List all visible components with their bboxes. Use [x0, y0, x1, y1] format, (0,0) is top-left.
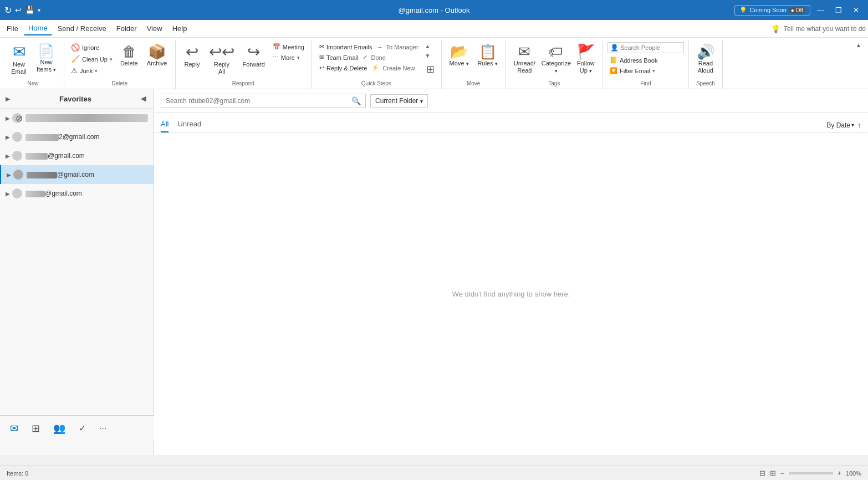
more-nav-button[interactable]: ···: [96, 420, 110, 437]
forward-button[interactable]: ↪ Forward: [239, 42, 268, 70]
sidebar-item-gmail2[interactable]: ▶ 2@gmail.com: [0, 127, 154, 146]
toggle-switch[interactable]: ● Off: [789, 7, 805, 14]
junk-icon: ⚠: [71, 67, 78, 75]
read-aloud-label: ReadAloud: [698, 60, 713, 74]
archive-button[interactable]: 📦 Archive: [144, 42, 171, 69]
sort-by-date-button[interactable]: By Date ▾: [826, 121, 854, 129]
zoom-decrease-button[interactable]: −: [780, 469, 784, 477]
menu-send-receive[interactable]: Send / Receive: [53, 22, 111, 35]
lightbulb-icon: 💡: [771, 24, 780, 33]
reply-all-button[interactable]: ↩↩ ReplyAll: [207, 42, 237, 78]
sidebar-item-yahoo[interactable]: ▶ ⊘: [0, 109, 154, 127]
layout-normal-icon[interactable]: ⊞: [770, 469, 776, 477]
dropdown-arrow-icon[interactable]: ▾: [38, 7, 40, 13]
ribbon-group-delete-label: Delete: [111, 78, 127, 86]
unread-read-label: Unread/Read: [514, 60, 535, 74]
restore-button[interactable]: ❐: [831, 4, 846, 17]
account-gmail2-text: 2@gmail.com: [25, 133, 148, 141]
menu-view[interactable]: View: [142, 22, 167, 35]
qs-more-button[interactable]: ⊞: [424, 61, 437, 78]
sort-dropdown-icon: ▾: [851, 122, 854, 128]
menu-help[interactable]: Help: [168, 22, 192, 35]
quick-step-team[interactable]: ✉ Team Email ✓ Done: [316, 53, 422, 62]
expand-arrow-icon: ▶: [6, 115, 10, 121]
ribbon-groups: ✉ NewEmail 📄 NewItems ▾ New 🚫 Ignore: [0, 40, 868, 89]
sidebar-item-active[interactable]: ▶ @gmail.com: [0, 165, 154, 184]
reply-button[interactable]: ↩ Reply: [180, 42, 205, 70]
ribbon-group-new-label: New: [27, 78, 38, 86]
move-button[interactable]: 📂 Move ▾: [446, 42, 472, 69]
title-bar-right: 💡 Coming Soon ● Off — ❐ ✕: [734, 4, 864, 17]
quick-step-important[interactable]: ✉ Important Emails → To Manager: [316, 42, 422, 52]
close-button[interactable]: ✕: [849, 4, 864, 17]
search-people-input[interactable]: [620, 44, 681, 51]
rules-button[interactable]: 📋 Rules ▾: [474, 42, 501, 69]
menu-folder[interactable]: Folder: [112, 22, 141, 35]
ignore-icon: 🚫: [71, 43, 80, 52]
menu-file[interactable]: File: [2, 22, 23, 35]
zoom-slider[interactable]: [789, 472, 833, 474]
minimize-button[interactable]: —: [813, 4, 829, 17]
lightbulb-icon: 💡: [739, 7, 747, 14]
tab-all[interactable]: All: [161, 118, 169, 132]
filter-email-button[interactable]: 🔽 Filter Email ▾: [607, 66, 684, 75]
window-title: @gmail.com - Outlook: [399, 6, 470, 14]
respond-small-btns: 📅 Meeting ⋯ More ▾: [270, 42, 307, 62]
ribbon-collapse-button[interactable]: ▲: [854, 42, 864, 48]
account-active-text: @gmail.com: [27, 171, 148, 178]
qs-down-arrow[interactable]: ▼: [424, 52, 437, 60]
more-respond-button[interactable]: ⋯ More ▾: [270, 53, 307, 62]
search-input[interactable]: [166, 97, 351, 105]
new-items-button[interactable]: 📄 NewItems ▾: [33, 42, 59, 75]
qs-up-arrow[interactable]: ▲: [424, 42, 437, 50]
quick-step-reply-delete[interactable]: ↩ Reply & Delete ⚡ Create New: [316, 63, 422, 73]
menu-home[interactable]: Home: [24, 22, 52, 35]
clean-up-button[interactable]: 🧹 Clean Up ▾: [69, 54, 115, 64]
sidebar-item-gmail5[interactable]: ▶ @gmail.com: [0, 184, 154, 203]
ribbon-group-new: ✉ NewEmail 📄 NewItems ▾ New: [2, 40, 64, 89]
zoom-increase-button[interactable]: +: [838, 469, 841, 477]
reply-all-label: ReplyAll: [214, 61, 229, 75]
delete-button[interactable]: 🗑 Delete: [117, 42, 141, 69]
new-email-label: NewEmail: [11, 61, 27, 75]
tab-unread[interactable]: Unread: [177, 118, 201, 132]
people-nav-button[interactable]: 👥: [50, 419, 69, 438]
new-items-label: NewItems ▾: [37, 59, 56, 73]
tell-me-text[interactable]: Tell me what you want to do: [784, 25, 866, 33]
account-yahoo-text: [25, 114, 148, 122]
calendar-nav-button[interactable]: ⊞: [28, 419, 43, 438]
refresh-icon[interactable]: ↻: [4, 5, 12, 16]
quick-steps-list: ✉ Important Emails → To Manager ✉ Team E…: [316, 42, 422, 78]
meeting-button[interactable]: 📅 Meeting: [270, 42, 307, 52]
tasks-nav-button[interactable]: ✓: [75, 420, 89, 437]
zoom-level: 100%: [846, 470, 861, 477]
new-email-button[interactable]: ✉ NewEmail: [7, 42, 31, 78]
unread-read-button[interactable]: ✉ Unread/Read: [510, 42, 539, 76]
layout-compact-icon[interactable]: ⊟: [759, 469, 765, 477]
meeting-label: Meeting: [283, 44, 304, 50]
sidebar-item-gmail3[interactable]: ▶ @gmail.com: [0, 146, 154, 165]
ignore-button[interactable]: 🚫 Ignore: [69, 42, 115, 53]
avatar: [13, 170, 23, 180]
categorize-button[interactable]: 🏷 Categorize ▾: [541, 42, 571, 76]
arrow-icon: →: [377, 44, 383, 50]
address-book-button[interactable]: 📒 Address Book: [607, 55, 684, 65]
ribbon-collapse-area: ▲: [851, 40, 866, 89]
save-icon[interactable]: 💾: [25, 6, 34, 14]
content-area: 🔍 Current Folder ▾ All Unread By Date ▾ …: [154, 89, 868, 455]
sidebar-collapse-button[interactable]: ◀: [139, 94, 148, 104]
read-aloud-button[interactable]: 🔊 ReadAloud: [693, 42, 718, 76]
mail-nav-button[interactable]: ✉: [7, 419, 22, 438]
create-new-icon: ⚡: [371, 64, 379, 72]
reply-all-icon: ↩↩: [209, 44, 234, 60]
rules-icon: 📋: [479, 44, 497, 59]
junk-button[interactable]: ⚠ Junk ▾: [69, 65, 115, 76]
search-scope-button[interactable]: Current Folder ▾: [370, 94, 428, 108]
follow-up-button[interactable]: 🚩 FollowUp ▾: [574, 42, 598, 76]
favorites-expand-icon[interactable]: ▶: [6, 96, 10, 102]
undo-icon[interactable]: ↩: [15, 6, 22, 14]
quick-steps-scroll: ▲ ▼ ⊞: [424, 42, 437, 78]
main-layout: ▶ Favorites ◀ ▶ ⊘ ▶ 2@gmail.com: [0, 89, 868, 455]
quick-steps-content: ✉ Important Emails → To Manager ✉ Team E…: [316, 42, 437, 78]
sort-direction-button[interactable]: ↑: [857, 121, 861, 130]
